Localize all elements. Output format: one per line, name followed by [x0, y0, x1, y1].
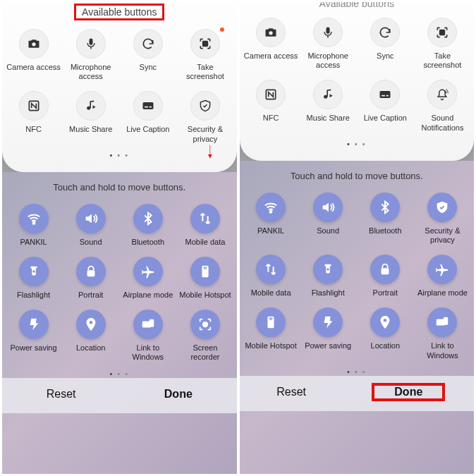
tile-label: Microphone access	[62, 63, 119, 81]
svg-rect-30	[382, 268, 389, 274]
action-bar: Reset Done	[240, 376, 475, 411]
tile-label: Sound	[62, 238, 119, 247]
tile-loc[interactable]: Location	[62, 310, 119, 362]
tile-sound[interactable]: Sound	[62, 204, 119, 247]
tile-label: Security & privacy	[176, 125, 233, 143]
tile-screenshot[interactable]: Take screenshot	[176, 29, 233, 81]
action-bar: Reset Done	[2, 378, 237, 413]
available-header: Available buttons	[2, 2, 237, 29]
lock-icon	[76, 257, 106, 286]
loc-icon	[370, 307, 400, 337]
move-hint: Touch and hold to move buttons.	[240, 171, 475, 181]
nfc-icon	[19, 91, 49, 121]
phone-left: Available buttons Camera accessMicrophon…	[2, 2, 237, 474]
data-icon	[256, 255, 286, 284]
shield-f-icon	[427, 193, 457, 222]
tile-nfc[interactable]: NFC	[5, 91, 62, 143]
tile-nfc[interactable]: NFC	[243, 80, 300, 132]
tile-label: Mobile data	[243, 288, 300, 298]
tile-lock[interactable]: Portrait	[62, 257, 119, 300]
done-button[interactable]: Done	[156, 385, 201, 403]
svg-rect-2	[203, 42, 208, 47]
tile-sync[interactable]: Sync	[119, 29, 176, 81]
done-button[interactable]: Done	[386, 383, 431, 401]
reset-button[interactable]: Reset	[38, 385, 85, 403]
power-icon	[313, 307, 343, 337]
screenshot-icon	[427, 18, 457, 47]
svg-rect-25	[386, 95, 389, 97]
tile-flash[interactable]: Flashlight	[5, 257, 62, 300]
tile-label: Camera access	[5, 63, 62, 72]
loc-icon	[76, 310, 106, 339]
tile-caption[interactable]: Live Caption	[119, 91, 176, 143]
tile-power[interactable]: Power saving	[300, 307, 357, 360]
plane-icon	[427, 255, 457, 284]
tile-label: Camera access	[243, 51, 300, 61]
active-panel: Touch and hold to move buttons. PANKILSo…	[2, 172, 237, 474]
bell-icon	[427, 80, 457, 109]
page-dots: • • •	[2, 370, 237, 378]
svg-point-32	[384, 319, 387, 322]
page-dots: • • •	[240, 367, 475, 376]
tile-music[interactable]: Music Share	[300, 80, 357, 132]
tile-wifi[interactable]: PANKIL	[243, 193, 300, 245]
tile-label: Flashlight	[300, 288, 357, 298]
tile-label: PANKIL	[5, 238, 62, 247]
svg-rect-12	[87, 270, 94, 276]
tile-label: Sync	[357, 51, 414, 61]
tile-mic[interactable]: Microphone access	[62, 29, 119, 81]
tile-label: Live Caption	[119, 125, 176, 134]
svg-rect-10	[30, 267, 37, 269]
svg-point-18	[269, 31, 272, 35]
tile-label: Bluetooth	[357, 226, 414, 236]
shield-icon	[190, 91, 220, 121]
tile-sync[interactable]: Sync	[357, 18, 414, 70]
tile-rec[interactable]: Screen recorder	[176, 310, 233, 362]
tile-link[interactable]: Link to Windows	[414, 307, 471, 360]
tile-sound[interactable]: Sound	[300, 193, 357, 245]
svg-rect-24	[382, 95, 385, 97]
tile-bt[interactable]: Bluetooth	[357, 193, 414, 245]
tile-label: Bluetooth	[119, 238, 176, 247]
tile-label: Link to Windows	[414, 341, 471, 360]
tile-plane[interactable]: Airplane mode	[414, 255, 471, 298]
tile-label: Airplane mode	[414, 288, 471, 298]
page-dots: • • •	[240, 140, 475, 148]
tile-label: Mobile Hotspot	[176, 291, 233, 300]
tile-power[interactable]: Power saving	[5, 310, 62, 362]
tile-label: Portrait	[357, 288, 414, 298]
tile-camera[interactable]: Camera access	[5, 29, 62, 81]
tile-hotspot[interactable]: Mobile Hotspot	[243, 307, 300, 360]
tile-shield[interactable]: Security & privacy	[176, 91, 233, 143]
header-highlight: Available buttons	[74, 4, 164, 20]
tile-plane[interactable]: Airplane mode	[119, 257, 176, 300]
svg-point-11	[32, 270, 35, 272]
svg-rect-20	[440, 30, 445, 35]
tile-loc[interactable]: Location	[357, 307, 414, 360]
tile-caption[interactable]: Live Caption	[357, 80, 414, 132]
tile-bell[interactable]: Sound Notifications	[414, 80, 471, 132]
tile-lock[interactable]: Portrait	[357, 255, 414, 298]
music-icon	[76, 91, 106, 121]
sync-icon	[133, 29, 163, 59]
tile-wifi[interactable]: PANKIL	[5, 204, 62, 247]
caption-icon	[370, 80, 400, 109]
tile-music[interactable]: Music Share	[62, 91, 119, 143]
tile-label: Take screenshot	[414, 51, 471, 70]
tile-camera[interactable]: Camera access	[243, 18, 300, 70]
tile-data[interactable]: Mobile data	[176, 204, 233, 247]
tile-label: NFC	[243, 114, 300, 123]
reset-button[interactable]: Reset	[268, 383, 315, 401]
hotspot-icon	[190, 257, 220, 286]
svg-rect-1	[89, 39, 92, 45]
tile-screenshot[interactable]: Take screenshot	[414, 18, 471, 70]
tile-shield-f[interactable]: Security & privacy	[414, 193, 471, 245]
tile-flash[interactable]: Flashlight	[300, 255, 357, 298]
tile-bt[interactable]: Bluetooth	[119, 204, 176, 247]
tile-mic[interactable]: Microphone access	[300, 18, 357, 70]
tile-label: Microphone access	[300, 51, 357, 70]
tile-data[interactable]: Mobile data	[243, 255, 300, 298]
nfc-icon	[256, 80, 286, 109]
tile-link[interactable]: Link to Windows	[119, 310, 176, 362]
tile-hotspot[interactable]: Mobile Hotspot	[176, 257, 233, 300]
